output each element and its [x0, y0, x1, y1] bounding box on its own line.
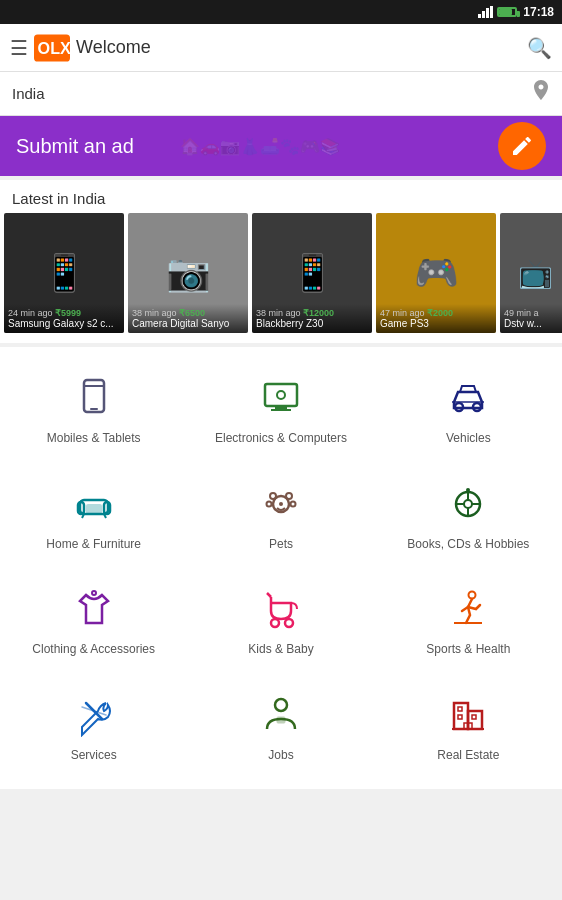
svg-point-8 [277, 391, 285, 399]
book-icon [443, 479, 493, 529]
clothing-icon [69, 584, 119, 634]
category-label: Mobiles & Tablets [47, 431, 141, 447]
svg-point-21 [279, 502, 283, 506]
categories-section: Mobiles & Tablets Electronics & Computer… [0, 347, 562, 789]
stroller-icon [256, 584, 306, 634]
submit-ad-banner[interactable]: 🏠🚗📷👗🛋️🐾🎮📚 Submit an ad [0, 116, 562, 176]
category-books-cds-hobbies[interactable]: Books, CDs & Hobbies [375, 463, 562, 569]
svg-rect-2 [84, 380, 104, 412]
category-label: Pets [269, 537, 293, 553]
svg-rect-43 [458, 707, 462, 711]
svg-point-31 [92, 591, 96, 595]
carousel-item[interactable]: 📷 38 min ago ₹6500 Camera Digital Sanyo [128, 213, 248, 333]
carousel: 📱 24 min ago ₹5999 Samsung Galaxy s2 c..… [0, 213, 562, 343]
latest-section: Latest in India 📱 24 min ago ₹5999 Samsu… [0, 180, 562, 343]
location-bar[interactable]: India [0, 72, 562, 116]
svg-point-33 [271, 619, 279, 627]
category-label: Clothing & Accessories [32, 642, 155, 658]
category-label: Real Estate [437, 748, 499, 764]
category-label: Vehicles [446, 431, 491, 447]
svg-rect-44 [458, 715, 462, 719]
carousel-item[interactable]: 📱 38 min ago ₹12000 Blackberry Z30 [252, 213, 372, 333]
category-label: Services [71, 748, 117, 764]
svg-point-20 [286, 493, 292, 499]
category-services[interactable]: Services [0, 674, 187, 780]
pet-icon [256, 479, 306, 529]
submit-ad-button[interactable] [498, 122, 546, 170]
monitor-icon [256, 373, 306, 423]
category-real-estate[interactable]: Real Estate [375, 674, 562, 780]
status-icons [478, 6, 517, 18]
svg-rect-13 [86, 504, 102, 514]
banner-text: Submit an ad [16, 135, 134, 158]
status-bar: 17:18 [0, 0, 562, 24]
sofa-icon [69, 479, 119, 529]
category-label: Home & Furniture [46, 537, 141, 553]
wrench-icon [69, 690, 119, 740]
mobile-icon [69, 373, 119, 423]
svg-rect-3 [90, 408, 98, 410]
location-text: India [12, 85, 532, 102]
latest-title: Latest in India [0, 180, 562, 213]
category-clothing-accessories[interactable]: Clothing & Accessories [0, 568, 187, 674]
svg-point-34 [285, 619, 293, 627]
person-icon [256, 690, 306, 740]
menu-icon[interactable]: ☰ [10, 36, 28, 60]
edit-icon [510, 134, 534, 158]
svg-rect-42 [468, 711, 482, 729]
olx-logo: OLX [34, 34, 70, 62]
svg-point-39 [275, 699, 287, 711]
carousel-item[interactable]: 🎮 47 min ago ₹2000 Game PS3 [376, 213, 496, 333]
search-icon[interactable]: 🔍 [527, 36, 552, 60]
carousel-item[interactable]: 📺 49 min a Dstv w... [500, 213, 562, 333]
svg-text:OLX: OLX [38, 39, 70, 57]
svg-point-22 [266, 501, 271, 506]
svg-rect-5 [265, 384, 297, 406]
category-kids-baby[interactable]: Kids & Baby [187, 568, 374, 674]
category-label: Jobs [268, 748, 293, 764]
location-pin-icon [532, 80, 550, 107]
car-icon [443, 373, 493, 423]
status-time: 17:18 [523, 5, 554, 19]
categories-grid: Mobiles & Tablets Electronics & Computer… [0, 357, 562, 779]
category-mobiles-tablets[interactable]: Mobiles & Tablets [0, 357, 187, 463]
category-label: Books, CDs & Hobbies [407, 537, 529, 553]
building-icon [443, 690, 493, 740]
category-label: Sports & Health [426, 642, 510, 658]
sports-icon [443, 584, 493, 634]
svg-line-32 [267, 593, 271, 597]
battery-icon [497, 7, 517, 17]
signal-icon [478, 6, 493, 18]
svg-rect-45 [472, 715, 476, 719]
header-title: Welcome [76, 37, 527, 58]
app-header: ☰ OLX Welcome 🔍 [0, 24, 562, 72]
carousel-item[interactable]: 📱 24 min ago ₹5999 Samsung Galaxy s2 c..… [4, 213, 124, 333]
category-pets[interactable]: Pets [187, 463, 374, 569]
svg-point-30 [466, 488, 470, 492]
category-label: Electronics & Computers [215, 431, 347, 447]
category-home-furniture[interactable]: Home & Furniture [0, 463, 187, 569]
category-jobs[interactable]: Jobs [187, 674, 374, 780]
category-vehicles[interactable]: Vehicles [375, 357, 562, 463]
svg-point-25 [464, 500, 472, 508]
svg-point-35 [469, 592, 476, 599]
category-electronics-computers[interactable]: Electronics & Computers [187, 357, 374, 463]
svg-point-23 [290, 501, 295, 506]
svg-point-19 [270, 493, 276, 499]
svg-rect-40 [277, 717, 285, 723]
category-sports-health[interactable]: Sports & Health [375, 568, 562, 674]
category-label: Kids & Baby [248, 642, 313, 658]
